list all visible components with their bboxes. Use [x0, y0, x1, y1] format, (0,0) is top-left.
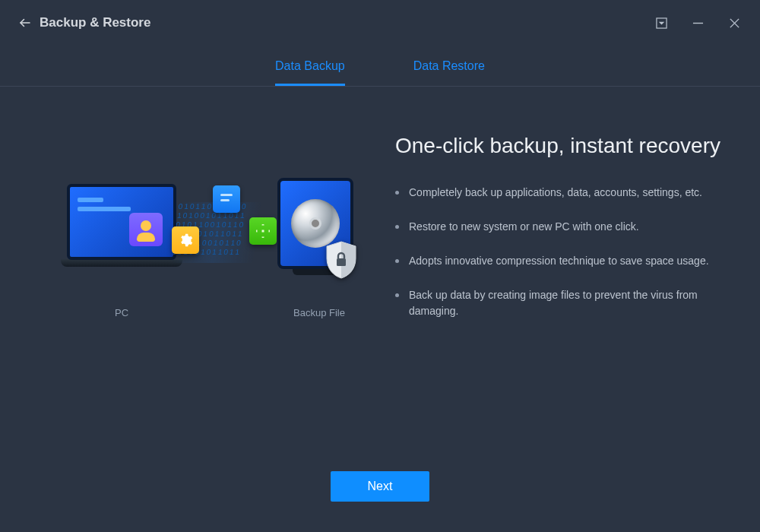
title-bar: Backup & Restore	[0, 0, 760, 46]
tab-data-restore[interactable]: Data Restore	[413, 59, 485, 86]
app-window: Backup & Restore Data Backup Data Restor…	[0, 0, 760, 532]
illustration-column: 0101100101101010010110110101100101101010…	[46, 132, 380, 471]
dropdown-window-button[interactable]	[654, 15, 669, 30]
minimize-icon	[692, 17, 704, 29]
window-controls	[654, 15, 742, 30]
window-title: Backup & Restore	[40, 15, 150, 30]
pc-label: PC	[61, 307, 182, 318]
feature-item: Back up data by creating image files to …	[395, 287, 722, 319]
tab-bar: Data Backup Data Restore	[0, 46, 760, 87]
back-button[interactable]	[18, 16, 32, 30]
backup-file-label: Backup File	[274, 307, 365, 318]
headline: One-click backup, instant recovery	[395, 132, 722, 159]
backup-file-icon	[274, 178, 357, 275]
feature-item: Restore to new system or new PC with one…	[395, 219, 722, 235]
info-panel: One-click backup, instant recovery Compl…	[395, 132, 737, 471]
close-icon	[729, 17, 740, 29]
arrow-left-icon	[18, 16, 32, 30]
backup-illustration: 0101100101101010010110110101100101101010…	[61, 178, 365, 292]
illustration-labels: PC Backup File	[61, 307, 365, 318]
svg-rect-5	[337, 258, 346, 266]
feature-item: Adopts innovative compression technique …	[395, 253, 722, 269]
main-content: 0101100101101010010110110101100101101010…	[0, 87, 760, 471]
feature-list: Completely back up applications, data, a…	[395, 185, 722, 319]
minimize-button[interactable]	[690, 15, 705, 30]
feature-item: Completely back up applications, data, a…	[395, 185, 722, 201]
next-button[interactable]: Next	[331, 471, 429, 502]
settings-tile-icon	[172, 226, 199, 254]
close-button[interactable]	[727, 15, 742, 30]
shield-lock-icon	[324, 240, 359, 280]
dropdown-square-icon	[656, 17, 667, 29]
tab-data-backup[interactable]: Data Backup	[275, 59, 345, 86]
apps-tile-icon	[249, 217, 277, 245]
document-tile-icon	[213, 185, 240, 213]
footer: Next	[0, 471, 760, 532]
laptop-icon	[61, 184, 182, 267]
